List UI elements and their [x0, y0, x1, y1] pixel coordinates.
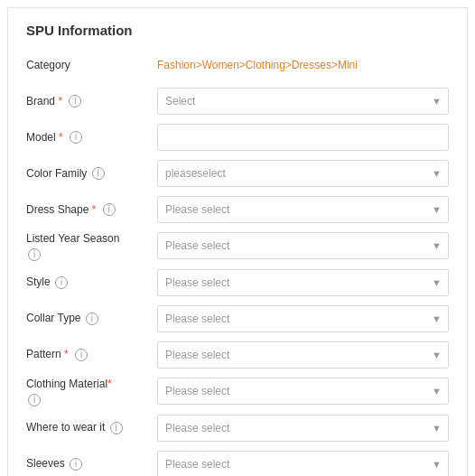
- where-to-wear-select-wrapper: Please select ▼: [157, 415, 449, 442]
- dress-shape-select[interactable]: Please select: [157, 196, 449, 223]
- listed-year-season-select[interactable]: Please select: [157, 232, 449, 259]
- style-select[interactable]: Please select: [157, 269, 449, 296]
- collar-type-select-wrapper: Please select ▼: [157, 305, 449, 332]
- brand-required: *: [58, 95, 62, 107]
- clothing-material-info-icon[interactable]: i: [28, 394, 41, 406]
- pattern-row: Pattern * i Please select ▼: [26, 341, 449, 369]
- pattern-label: Pattern * i: [26, 347, 157, 362]
- model-input[interactable]: [157, 124, 449, 151]
- brand-select[interactable]: Select: [157, 88, 449, 115]
- pattern-required: *: [64, 348, 69, 360]
- where-to-wear-label: Where to wear it i: [26, 420, 157, 435]
- clothing-material-select[interactable]: Please select: [157, 378, 449, 405]
- color-family-select[interactable]: pleaseselect: [157, 160, 449, 187]
- category-label: Category: [26, 58, 157, 73]
- brand-label: Brand * i: [26, 94, 157, 109]
- dress-shape-required: *: [92, 203, 97, 216]
- clothing-material-label: Clothing Material * i: [26, 377, 157, 406]
- dress-shape-info-icon[interactable]: i: [103, 203, 116, 216]
- listed-year-season-info-icon[interactable]: i: [28, 248, 41, 261]
- sleeves-select-wrapper: Please select ▼: [157, 451, 449, 476]
- where-to-wear-select[interactable]: Please select: [157, 415, 449, 442]
- clothing-material-select-wrapper: Please select ▼: [157, 378, 449, 405]
- clothing-material-required: *: [107, 377, 112, 392]
- model-row: Model * i: [26, 123, 449, 152]
- pattern-info-icon[interactable]: i: [75, 349, 88, 361]
- pattern-select-wrapper: Please select ▼: [157, 341, 449, 369]
- listed-year-season-label: Listed Year Season i: [26, 231, 157, 261]
- color-family-select-wrapper: pleaseselect ▼: [157, 160, 449, 187]
- style-label: Style i: [26, 275, 157, 290]
- style-info-icon[interactable]: i: [55, 276, 68, 289]
- sleeves-row: Sleeves i Please select ▼: [26, 450, 449, 476]
- model-info-icon[interactable]: i: [70, 131, 82, 144]
- color-family-info-icon[interactable]: i: [92, 167, 105, 180]
- color-family-row: Color Family i pleaseselect ▼: [26, 159, 449, 188]
- where-to-wear-info-icon[interactable]: i: [110, 422, 123, 434]
- style-select-wrapper: Please select ▼: [157, 269, 449, 296]
- sleeves-select[interactable]: Please select: [157, 451, 449, 476]
- category-row: Category Fashion>Women>Clothing>Dresses>…: [26, 51, 449, 79]
- collar-type-label: Collar Type i: [26, 311, 157, 326]
- category-value: Fashion>Women>Clothing>Dresses>Mini: [157, 59, 358, 71]
- color-family-label: Color Family i: [26, 166, 157, 182]
- brand-row: Brand * i Select ▼: [26, 87, 449, 116]
- listed-year-season-select-wrapper: Please select ▼: [157, 232, 449, 259]
- model-required: *: [59, 131, 63, 144]
- clothing-material-row: Clothing Material * i Please select ▼: [26, 377, 449, 406]
- section-title: SPU Information: [26, 23, 449, 38]
- brand-select-wrapper: Select ▼: [157, 88, 449, 115]
- sleeves-info-icon[interactable]: i: [70, 458, 82, 471]
- dress-shape-row: Dress Shape * i Please select ▼: [26, 195, 449, 224]
- collar-type-select[interactable]: Please select: [157, 305, 449, 332]
- listed-year-season-row: Listed Year Season i Please select ▼: [26, 231, 449, 261]
- dress-shape-select-wrapper: Please select ▼: [157, 196, 449, 223]
- model-label: Model * i: [26, 130, 157, 145]
- brand-info-icon[interactable]: i: [69, 95, 81, 107]
- collar-type-info-icon[interactable]: i: [86, 313, 98, 325]
- collar-type-row: Collar Type i Please select ▼: [26, 304, 449, 333]
- style-row: Style i Please select ▼: [26, 268, 449, 297]
- dress-shape-label: Dress Shape * i: [26, 202, 157, 218]
- spu-information-panel: SPU Information Category Fashion>Women>C…: [7, 7, 468, 476]
- where-to-wear-row: Where to wear it i Please select ▼: [26, 414, 449, 443]
- sleeves-label: Sleeves i: [26, 456, 157, 471]
- pattern-select[interactable]: Please select: [157, 341, 449, 369]
